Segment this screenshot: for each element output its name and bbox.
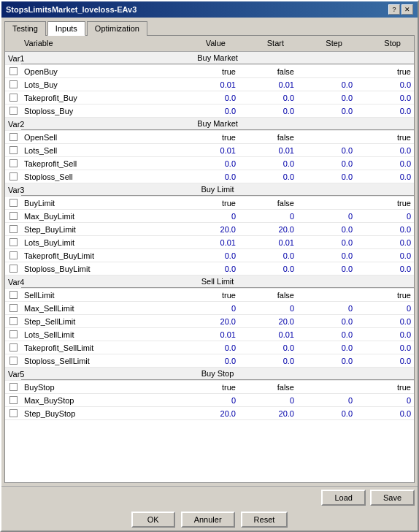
lotsbuy-var: Lots_Buy	[21, 80, 180, 90]
lotsselllimit-start: 0.01	[239, 330, 297, 340]
buylimit-start: false	[239, 198, 297, 208]
table-row: OpenSell true false true	[5, 131, 414, 144]
section-var3: Var3 Buy Limit	[5, 183, 414, 197]
stepbuystop-checkbox[interactable]	[5, 408, 21, 418]
takeprofitselllimit-value: 0.0	[180, 343, 239, 353]
stepbuylimit-checkbox[interactable]	[5, 224, 21, 234]
table-row: Max_BuyLimit 0 0 0 0	[5, 210, 414, 223]
stepselllimit-checkbox[interactable]	[5, 316, 21, 326]
maxselllimit-checkbox[interactable]	[5, 303, 21, 313]
buylimit-checkbox[interactable]	[5, 198, 21, 208]
lotsselllimit-var: Lots_SellLimit	[21, 330, 180, 340]
opensell-start: false	[239, 132, 297, 142]
buylimit-var: BuyLimit	[21, 198, 180, 208]
stoplossbuylimit-var: Stoploss_BuyLimit	[21, 264, 180, 274]
stoplossbuylimit-stop: 0.0	[355, 264, 414, 274]
close-button[interactable]: ✕	[401, 4, 413, 15]
stoplossselllimit-checkbox[interactable]	[5, 356, 21, 365]
stoplossbuylimit-step: 0.0	[297, 264, 355, 274]
load-button[interactable]: Load	[321, 490, 365, 506]
opensell-checkbox[interactable]	[5, 132, 21, 142]
lotsselllimit-checkbox[interactable]	[5, 330, 21, 339]
help-button[interactable]: ?	[388, 4, 400, 15]
lotssell-stop: 0.0	[355, 145, 414, 156]
stoplosssell-checkbox[interactable]	[5, 172, 21, 181]
annuler-button[interactable]: Annuler	[181, 512, 235, 528]
stepselllimit-step: 0.0	[297, 316, 355, 327]
lotsbuylimit-stop: 0.0	[355, 238, 414, 248]
stepbuylimit-value: 20.0	[180, 224, 239, 235]
table-body[interactable]: Var1 Buy Market OpenBuy true false true …	[5, 52, 414, 482]
stoplossselllimit-start: 0.0	[239, 356, 297, 366]
section-var1: Var1 Buy Market	[5, 52, 414, 65]
takeprofitbuy-start: 0.0	[239, 93, 297, 103]
lotsbuylimit-checkbox[interactable]	[5, 238, 21, 247]
takeprofitbuylimit-checkbox[interactable]	[5, 251, 21, 260]
stepbuylimit-var: Step_BuyLimit	[21, 224, 180, 235]
opensell-stop: true	[355, 132, 414, 142]
stepbuylimit-start: 20.0	[239, 224, 297, 235]
takeprofitsell-stop: 0.0	[355, 159, 414, 169]
stoplossbuylimit-start: 0.0	[239, 264, 297, 274]
maxbuystop-var: Max_BuyStop	[21, 395, 180, 406]
opensell-var: OpenSell	[21, 132, 180, 142]
section-var5: Var5 Buy Stop	[5, 368, 414, 381]
tab-testing[interactable]: Testing	[4, 21, 46, 36]
table-row: Max_BuyStop 0 0 0 0	[5, 394, 414, 407]
table-row: OpenBuy true false true	[5, 65, 414, 78]
maxbuystop-checkbox[interactable]	[5, 395, 21, 405]
selllimit-step	[297, 294, 355, 296]
selllimit-value: true	[180, 290, 239, 300]
lotssell-checkbox[interactable]	[5, 145, 21, 155]
table-row: Stoploss_Buy 0.0 0.0 0.0 0.0	[5, 104, 414, 118]
maxselllimit-value: 0	[180, 303, 239, 314]
takeprofitbuy-var: Takeprofit_Buy	[21, 93, 180, 103]
lotsbuylimit-step: 0.0	[297, 238, 355, 248]
load-save-footer: Load Save	[1, 486, 418, 509]
table-row: Takeprofit_BuyLimit 0.0 0.0 0.0 0.0	[5, 249, 414, 262]
selllimit-stop: true	[355, 290, 414, 300]
openbuy-start: false	[239, 66, 297, 77]
table-row: Max_SellLimit 0 0 0 0	[5, 302, 414, 315]
lotsselllimit-value: 0.01	[180, 330, 239, 340]
tab-optimization[interactable]: Optimization	[87, 21, 147, 36]
section-var2: Var2 Buy Market	[5, 118, 414, 131]
ok-button[interactable]: OK	[131, 512, 175, 528]
table-row: Takeprofit_Sell 0.0 0.0 0.0 0.0	[5, 157, 414, 170]
lotsbuy-checkbox[interactable]	[5, 80, 21, 89]
lotssell-start: 0.01	[239, 145, 297, 156]
header-stop: Stop	[345, 37, 404, 50]
lotsbuylimit-value: 0.01	[180, 238, 239, 248]
window-title: StopsLimitsMarket_loveloss-EAv3	[6, 5, 137, 14]
stoplossselllimit-var: Stoploss_SellLimit	[21, 356, 180, 366]
lotsbuylimit-start: 0.01	[239, 238, 297, 248]
selllimit-checkbox[interactable]	[5, 290, 21, 300]
buystop-checkbox[interactable]	[5, 382, 21, 392]
stoplosssell-start: 0.0	[239, 172, 297, 182]
stepbuylimit-step: 0.0	[297, 224, 355, 235]
reset-button[interactable]: Reset	[241, 512, 288, 528]
takeprofitbuy-step: 0.0	[297, 93, 355, 103]
takeprofitselllimit-checkbox[interactable]	[5, 343, 21, 352]
save-button[interactable]: Save	[370, 490, 415, 506]
buystop-start: false	[239, 382, 297, 392]
maxbuystop-start: 0	[239, 395, 297, 406]
header-step: Step	[287, 37, 345, 50]
maxselllimit-var: Max_SellLimit	[21, 303, 180, 314]
opensell-step	[297, 137, 355, 138]
stoplossbuy-start: 0.0	[239, 106, 297, 116]
takeprofitsell-step: 0.0	[297, 159, 355, 169]
maxbuylimit-checkbox[interactable]	[5, 211, 21, 221]
table-row: Step_BuyLimit 20.0 20.0 0.0 0.0	[5, 223, 414, 236]
stoplossbuylimit-value: 0.0	[180, 264, 239, 274]
stoplossbuy-checkbox[interactable]	[5, 106, 21, 115]
takeprofitbuy-checkbox[interactable]	[5, 93, 21, 102]
stoplossbuylimit-checkbox[interactable]	[5, 264, 21, 273]
tab-inputs[interactable]: Inputs	[47, 21, 85, 36]
takeprofitselllimit-step: 0.0	[297, 343, 355, 353]
takeprofitbuylimit-var: Takeprofit_BuyLimit	[21, 251, 180, 261]
openbuy-checkbox[interactable]	[5, 66, 21, 76]
stoplossbuy-step: 0.0	[297, 106, 355, 116]
maxbuystop-step: 0	[297, 395, 355, 406]
takeprofitsell-checkbox[interactable]	[5, 159, 21, 168]
